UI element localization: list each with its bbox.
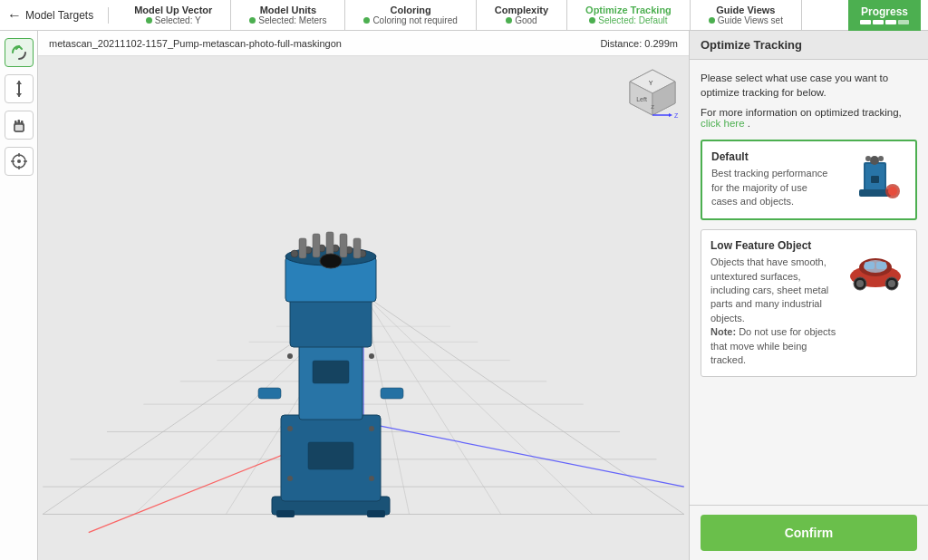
svg-point-54 [287,426,293,431]
scene-area[interactable]: Y Left Z Z [38,56,689,560]
panel-description: Please select what use case you want to … [701,71,917,100]
topbar-optimize-tracking[interactable]: Optimize Tracking Selected: Default [567,0,691,31]
svg-rect-59 [313,361,349,383]
target-icon [10,152,28,170]
confirm-button[interactable]: Confirm [701,515,917,551]
back-button[interactable]: ← Model Targets [7,7,109,24]
progress-label: Progress [861,5,908,18]
right-panel: Optimize Tracking Please select what use… [689,31,928,560]
filename-text: metascan_20211102-1157_Pump-metascan-pho… [49,38,342,49]
svg-rect-61 [367,510,385,517]
svg-point-57 [369,476,374,481]
svg-point-40 [291,250,298,257]
svg-text:Z: Z [674,112,679,119]
option-title-low-feature: Low Feature Object [710,239,836,252]
svg-rect-90 [865,262,875,269]
svg-point-82 [888,187,897,196]
svg-rect-46 [299,238,306,258]
move-tool[interactable] [5,74,34,103]
option-card-low-feature[interactable]: Low Feature Object Objects that have smo… [701,229,917,377]
move-icon [10,80,28,98]
option-text-low-feature: Low Feature Object Objects that have smo… [710,239,836,367]
section-title: Model Units [260,5,316,15]
orientation-cube[interactable]: Y Left Z Z [625,65,680,120]
low-feature-option-image [846,242,905,296]
svg-marker-2 [16,93,22,97]
section-title: Model Up Vector [134,5,212,15]
topbar-complexity[interactable]: Complexity Good [477,0,567,31]
section-title: Complexity [495,5,548,15]
right-panel-title: Optimize Tracking [701,38,802,52]
target-tool[interactable] [5,147,34,176]
svg-point-87 [856,280,864,287]
option-text-default: Default Best tracking performance for th… [711,150,836,208]
progress-bar-2 [873,20,884,24]
option-desc-default: Best tracking performance for the majori… [711,167,836,208]
status-dot [146,17,152,24]
rotate-icon [10,43,28,62]
svg-point-78 [865,156,871,161]
machine-model [249,207,412,533]
click-here-link[interactable]: click here [701,118,745,129]
section-status: Selected: Y [146,15,201,25]
status-dot [589,17,595,24]
svg-point-77 [870,156,879,165]
svg-point-55 [369,426,374,431]
back-label: Model Targets [25,9,93,22]
option-title-default: Default [711,150,836,163]
topbar-model-up-vector[interactable]: Model Up Vector Selected: Y [116,0,231,31]
topbar: ← Model Targets Model Up Vector Selected… [0,0,928,31]
cube-icon: Y Left Z Z [625,65,680,120]
svg-marker-72 [669,113,672,117]
svg-rect-63 [381,388,403,399]
progress-bar-4 [898,20,909,24]
option-image-low-feature [844,239,907,298]
main-content: metascan_20211102-1157_Pump-metascan-pho… [0,31,928,560]
option-card-default[interactable]: Default Best tracking performance for th… [701,140,917,220]
panel-info: For more information on optimized tracki… [701,107,917,129]
hand-tool[interactable] [5,111,34,140]
hand-icon [10,116,28,134]
svg-rect-37 [290,297,372,347]
note-label: Note: [710,326,736,337]
rotate-tool[interactable] [5,38,34,67]
section-status: Good [506,15,536,25]
svg-rect-7 [14,124,24,131]
status-dot [506,17,512,24]
option-image-default [843,150,906,209]
section-title: Coloring [390,5,430,15]
option-desc-low-feature: Objects that have smooth, untextured sur… [710,256,836,367]
progress-section: Progress [848,0,921,31]
distance-text: Distance: 0.299m [600,38,678,49]
topbar-guide-views[interactable]: Guide Views Guide Views set [691,0,802,31]
confirm-area: Confirm [690,505,928,560]
progress-bar-1 [860,20,871,24]
viewport[interactable]: metascan_20211102-1157_Pump-metascan-pho… [0,31,689,560]
right-panel-content: Please select what use case you want to … [690,60,928,505]
svg-rect-91 [876,262,886,269]
svg-rect-47 [313,234,320,257]
svg-point-89 [888,280,895,287]
section-status: Selected: Meters [249,15,326,25]
svg-text:Left: Left [636,96,647,102]
svg-point-56 [287,476,293,481]
section-status: Coloring not required [363,15,457,25]
svg-text:Y: Y [649,80,653,86]
topbar-coloring[interactable]: Coloring Coloring not required [345,0,476,31]
topbar-model-units[interactable]: Model Units Selected: Meters [231,0,345,31]
toolbar [0,31,38,560]
svg-point-53 [369,353,374,359]
svg-point-9 [17,159,21,163]
progress-bar-3 [885,20,896,24]
svg-rect-80 [871,176,879,183]
filename-bar: metascan_20211102-1157_Pump-metascan-pho… [38,31,689,56]
svg-rect-50 [353,238,361,258]
status-dot [709,17,715,24]
svg-rect-49 [340,234,347,257]
status-dot [363,17,370,24]
default-option-image [846,153,904,208]
info-text: For more information on optimized tracki… [701,107,902,118]
svg-rect-60 [276,510,295,517]
status-dot [249,17,256,24]
section-title: Optimize Tracking [585,5,672,15]
